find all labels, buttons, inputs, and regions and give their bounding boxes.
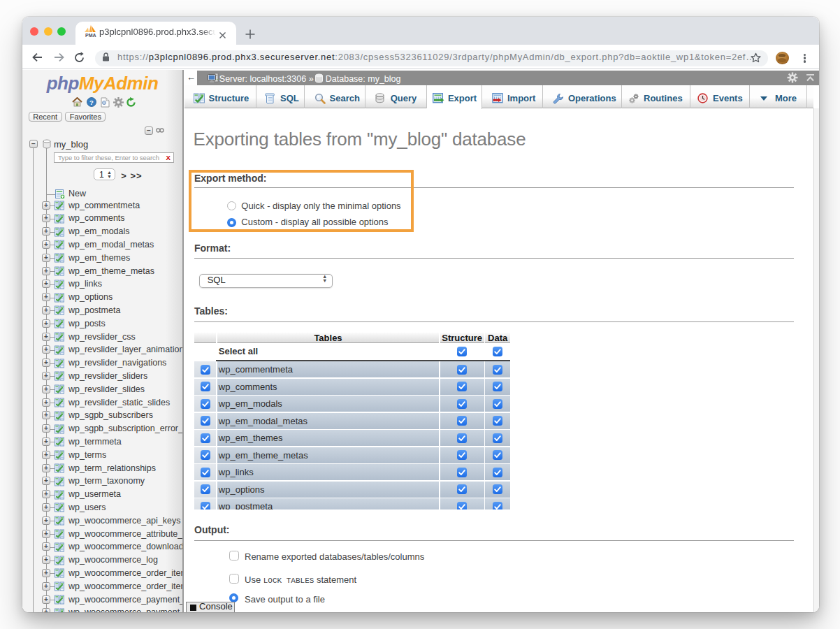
svg-text:?: ?	[89, 99, 94, 106]
svg-text:PMA: PMA	[85, 33, 96, 38]
